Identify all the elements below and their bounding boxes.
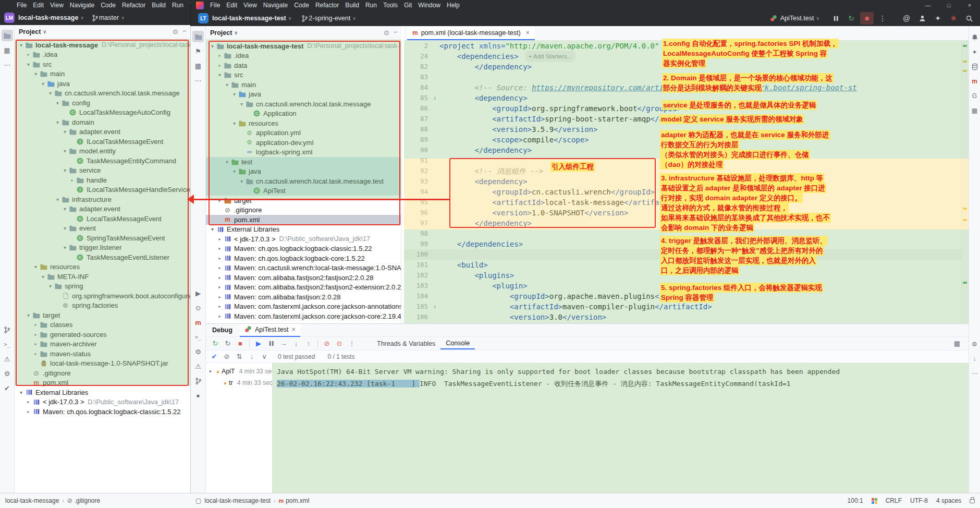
mentions-icon[interactable]: @ [900,12,913,25]
tree-item-apitest[interactable]: CApiTest [206,186,401,196]
menu-item-window[interactable]: Window [415,1,444,10]
menu-item-edit[interactable]: Edit [30,1,47,10]
tree-item-maven-archiver[interactable]: ▸maven-archiver [15,340,190,349]
menu-item-build[interactable]: Build [149,1,169,10]
chevron-collapsed-icon[interactable]: ▸ [216,295,223,299]
maven-icon[interactable]: m [192,317,204,328]
run-icon[interactable]: ▶ [192,287,204,299]
bookmarks-icon[interactable]: ⚑ [192,45,204,57]
step-out-icon[interactable]: ↑ [302,338,315,349]
problems-icon[interactable]: ⚠ [2,353,13,365]
chevron-expanded-icon[interactable]: ▾ [62,167,68,173]
chevron-collapsed-icon[interactable]: ▸ [69,178,76,183]
menu-item-view[interactable]: View [47,1,67,10]
more-icon[interactable]: ⋮ [346,338,358,349]
chevron-expanded-icon[interactable]: ▾ [47,283,54,289]
code-line-98[interactable]: 98 [404,228,961,239]
pause-icon[interactable] [265,338,277,349]
stop-icon[interactable]: ■ [860,12,874,25]
close-button[interactable]: × [959,0,980,10]
code-line-96[interactable]: 96 <version>1.0-SNAPSHOT</version> [404,208,961,218]
show-passed-icon[interactable]: ✔ [208,351,220,362]
tree-item-application[interactable]: CApplication [206,109,401,119]
search-icon[interactable] [962,12,976,25]
project-selector[interactable]: local-task-message-test [212,15,286,22]
menu-item-view[interactable]: View [240,1,260,10]
tree-item-maven-com-alibaba-fastjson2-fastjson2-2-0-28[interactable]: ▸Maven: com.alibaba.fastjson2:fastjson2:… [206,273,401,283]
rerun-icon[interactable]: ↻ [844,12,858,25]
menu-item-help[interactable]: Help [444,1,463,10]
tree-item-adapter-event[interactable]: ▾adapter.event [15,127,190,137]
chevron-expanded-icon[interactable]: ▾ [25,62,32,67]
rerun-failed-icon[interactable]: ↻ [222,338,234,349]
more-options-icon[interactable]: ⋮ [876,12,889,25]
soft-wrap-icon[interactable]: ⋯ [969,368,980,379]
chevron-collapsed-icon[interactable]: ▸ [216,265,223,270]
tree-item-maven-ch-qos-logback-logback-core-1-5-22[interactable]: ▸Maven: ch.qos.logback:logback-core:1.5.… [206,253,401,263]
close-icon[interactable]: × [292,326,296,333]
tree-item-service[interactable]: ▾service [15,166,190,176]
tree-item-resources[interactable]: ▾resources [206,118,401,128]
tree-item-maven-ch-qos-logback-logback-classic-1-5-22[interactable]: ▸Maven: ch.qos.logback:logback-classic:1… [15,407,190,417]
tree-item-adapter-event[interactable]: ▾adapter.event [15,204,190,214]
git-icon[interactable] [192,375,204,386]
code-line-82[interactable]: 82 </dependency> [404,62,961,72]
chevron-collapsed-icon[interactable]: ▸ [25,409,32,414]
chevron-collapsed-icon[interactable]: ▸ [32,342,39,346]
tree-item-maven-com-fasterxml-jackson-core-jackson-annotations-2-19-4[interactable]: ▸Maven: com.fasterxml.jackson.core:jacks… [206,302,401,312]
chevron-collapsed-icon[interactable]: ▸ [216,53,223,58]
menu-item-tools[interactable]: Tools [380,1,401,10]
status-crumb-file[interactable]: pom.xml [286,497,309,504]
tree-item-java[interactable]: ▾java [206,167,401,177]
error-stripe-mark[interactable] [963,219,967,221]
editor-pane[interactable]: 2<project xmlns="http://maven.apache.org… [404,41,961,323]
chevron-collapsed-icon[interactable]: ▸ [32,322,39,327]
chevron-expanded-icon[interactable]: ▾ [62,225,68,231]
chevron-collapsed-icon[interactable]: ▸ [216,237,223,241]
tree-item-java[interactable]: ▾java [15,79,190,89]
error-stripe-mark[interactable] [963,282,967,284]
scroll-to-end-icon[interactable]: ↓ [969,353,980,365]
chevron-expanded-icon[interactable]: ▾ [238,101,245,107]
rerun-icon[interactable]: ↻ [209,338,222,349]
menu-item-refactor[interactable]: Refactor [119,1,149,10]
tree-item-application-yml[interactable]: ⚙application.yml [206,128,401,138]
tree-item-event[interactable]: ▾event [15,224,190,234]
todo-icon[interactable]: ✔ [2,382,13,394]
code-line-93[interactable]: 93 <dependency> [404,176,961,187]
chevron-expanded-icon[interactable]: ▾ [224,159,230,165]
more-icon[interactable]: ⋯ [192,75,204,86]
view-breakpoints-icon[interactable]: ⊙ [333,338,346,349]
tree-item-local-task-message-1-0-snapshot-jar[interactable]: local-task-message-1.0-SNAPSHOT.jar [15,359,190,369]
tree-item-gitignore[interactable]: ⊘.gitignore [206,205,401,215]
editor-tab-pom-xml[interactable]: m pom.xml (local-task-message-test) × [407,26,535,40]
options-icon[interactable]: ∨ [258,351,271,362]
code-line-2[interactable]: 2<project xmlns="http://maven.apache.org… [404,41,961,51]
add-starters-inlay[interactable]: + Add Starters... [525,51,575,62]
chevron-expanded-icon[interactable]: ▾ [238,178,245,184]
locate-file-icon[interactable]: ⊙ [384,29,389,37]
code-line-87[interactable]: 87 <artifactId>spring-boot-starter-amqp<… [404,114,961,124]
code-line-99[interactable]: 99 </dependencies> [404,239,961,249]
code-line-85[interactable]: 85↓ <dependency> [404,93,961,103]
close-icon[interactable]: × [526,29,530,37]
tree-item-idea[interactable]: ▸.idea [206,51,401,61]
chevron-expanded-icon[interactable]: ▾ [209,43,216,49]
tree-item-taskmessageentitycommand[interactable]: CTaskMessageEntityCommand [15,156,190,166]
branch-selector[interactable]: master [99,14,119,21]
tree-item-local-task-message-test[interactable]: ▾local-task-message-testD:\Personal_proj… [206,41,401,51]
services-icon[interactable]: ⚙ [192,346,204,357]
tree-item-idea[interactable]: ▸.idea [15,50,190,60]
services-icon[interactable]: ⚙ [2,368,13,379]
tree-item-ilocaltaskmessageevent[interactable]: IILocalTaskMessageEvent [15,137,190,147]
show-ignored-icon[interactable]: ⊘ [220,351,233,362]
code-line-102[interactable]: 102 <plugins> [404,270,961,281]
encoding-indicator[interactable]: UTF-8 [910,497,928,504]
stop-icon[interactable]: ■ [234,338,247,349]
more-icon[interactable]: ⋯ [2,59,13,70]
tree-item-java[interactable]: ▾java [206,90,401,100]
chevron-expanded-icon[interactable]: ▾ [231,120,238,126]
tree-item-meta-inf[interactable]: ▾META-INF [15,272,190,282]
code-line-83[interactable]: 83 [404,72,961,82]
chevron-expanded-icon[interactable]: ▾ [32,264,39,270]
